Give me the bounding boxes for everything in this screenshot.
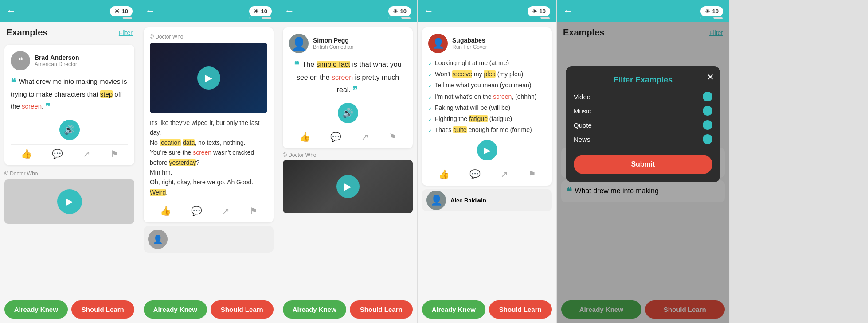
panel-4-footer: Already Knew Should Learn [418, 296, 556, 323]
streak-badge: ☀ 10 [528, 6, 550, 16]
streak-count: 10 [712, 8, 719, 15]
close-quote-icon: ❞ [352, 85, 358, 96]
highlight-location: location [160, 139, 181, 146]
filter-label-music: Music [574, 107, 591, 115]
panel-2-content: © Doctor Who ▶ It's like they've wiped i… [139, 22, 278, 323]
already-knew-button[interactable]: Already Knew [422, 300, 485, 319]
filter-toggle-news[interactable] [703, 134, 712, 144]
panel-2: ← ☀ 10 © Doctor Who ▶ It's like they've … [139, 0, 278, 323]
panel-5-header: ← ☀ 10 [557, 0, 729, 22]
video-preview[interactable]: ▶ [4, 179, 134, 224]
flag-icon[interactable]: ⚑ [250, 206, 258, 216]
share-icon[interactable]: ↗ [500, 169, 508, 179]
panel-5-content: Examples Filter ✕ Filter Examples Video … [557, 22, 729, 323]
filter-toggle-quote[interactable] [703, 120, 712, 130]
flag-icon[interactable]: ⚑ [528, 169, 536, 179]
video-section: © Doctor Who ▶ [283, 152, 413, 213]
filter-label-news: News [574, 136, 590, 143]
video-thumbnail[interactable]: ▶ [150, 43, 267, 113]
lyrics: ♪ Looking right at me (at me) ♪ Won't re… [428, 58, 546, 136]
already-knew-button[interactable]: Already Knew [144, 300, 207, 319]
panel-5: ← ☀ 10 Examples Filter ✕ Filter Examples… [557, 0, 730, 323]
secondary-author-name: Alec Baldwin [450, 197, 486, 204]
comment-icon[interactable]: 💬 [52, 148, 63, 159]
filter-submit-button[interactable]: Submit [574, 155, 712, 174]
panel-3-footer: Already Knew Should Learn [278, 296, 417, 323]
already-knew-button[interactable]: Already Knew [283, 300, 346, 319]
next-card-preview: 👤 [144, 226, 274, 253]
filter-modal-title: Filter Examples [574, 75, 712, 85]
streak-icon: ☀ [532, 8, 537, 15]
share-icon[interactable]: ↗ [222, 206, 230, 216]
video-play-button[interactable]: ▶ [197, 66, 220, 90]
play-button[interactable]: ▶ [57, 189, 82, 214]
streak-badge: ☀ 10 [249, 6, 272, 16]
open-quote-icon: ❝ [294, 59, 299, 70]
open-quote-icon: ❝ [11, 77, 16, 88]
panel-3-content: 👤 Simon Pegg British Comedian ❝ The simp… [278, 22, 417, 323]
panel-2-footer: Already Knew Should Learn [139, 296, 278, 323]
panel-1-content: Examples Filter ❝ Brad Anderson American… [0, 22, 139, 323]
avatar: 👤 [289, 34, 309, 53]
back-button[interactable]: ← [285, 5, 294, 17]
highlight-screen: screen [332, 74, 353, 81]
streak-icon: ☀ [393, 8, 398, 15]
streak-count: 10 [400, 8, 407, 15]
filter-close-button[interactable]: ✕ [707, 72, 714, 82]
music-note-icon: ♪ [428, 115, 431, 122]
filter-toggle-music[interactable] [703, 106, 712, 116]
back-button[interactable]: ← [563, 5, 573, 17]
highlight-simple-fact: simple fact [317, 61, 350, 68]
video-card: © Doctor Who ▶ It's like they've wiped i… [144, 27, 274, 222]
should-learn-button[interactable]: Should Learn [489, 300, 552, 319]
highlight-screen: screen [193, 149, 211, 156]
comment-icon[interactable]: 💬 [330, 132, 341, 142]
thumbs-up-icon[interactable]: 👍 [21, 148, 32, 159]
author-name: Simon Pegg [313, 37, 353, 44]
panel-1-header: ← ☀ 10 [0, 0, 139, 22]
filter-label-video: Video [574, 93, 590, 101]
music-note-icon: ♪ [428, 82, 431, 89]
video-thumbnail[interactable]: ▶ [283, 160, 413, 213]
audio-button[interactable]: ▶ [477, 140, 497, 160]
quote-card: ❝ Brad Anderson American Director ❝ What… [4, 45, 134, 165]
avatar: 👤 [148, 230, 168, 249]
back-button[interactable]: ← [6, 5, 16, 17]
comment-icon[interactable]: 💬 [191, 206, 202, 216]
flag-icon[interactable]: ⚑ [389, 132, 397, 142]
highlight-receive: receive [452, 70, 472, 78]
streak-icon: ☀ [254, 8, 259, 15]
copyright-label: © Doctor Who [283, 152, 413, 160]
audio-button[interactable]: 🔊 [59, 120, 80, 140]
author-name: Sugababes [452, 37, 487, 44]
filter-option-quote: Quote [574, 120, 712, 130]
highlight-step: step [100, 90, 113, 98]
back-button[interactable]: ← [424, 5, 434, 17]
streak-icon: ☀ [705, 8, 710, 15]
highlight-yesterday: yesterday [169, 159, 196, 166]
filter-option-video: Video [574, 92, 712, 101]
filter-toggle-video[interactable] [703, 92, 712, 101]
share-icon[interactable]: ↗ [361, 132, 369, 142]
audio-button[interactable]: 🔊 [338, 103, 358, 123]
video-play-button[interactable]: ▶ [336, 175, 360, 198]
streak-count: 10 [261, 8, 267, 15]
avatar: 👤 [428, 34, 448, 53]
share-icon[interactable]: ↗ [83, 148, 90, 159]
already-knew-button[interactable]: Already Knew [4, 300, 68, 319]
filter-link[interactable]: Filter [119, 29, 133, 36]
music-note-icon: ♪ [428, 70, 431, 78]
author-sub: British Comedian [313, 44, 353, 50]
should-learn-button[interactable]: Should Learn [71, 300, 135, 319]
thumbs-up-icon[interactable]: 👍 [160, 206, 171, 216]
back-button[interactable]: ← [145, 5, 155, 17]
thumbs-up-icon[interactable]: 👍 [299, 132, 310, 142]
copyright-label: © Doctor Who [150, 34, 267, 43]
should-learn-button[interactable]: Should Learn [211, 300, 274, 319]
video-transcript: It's like they've wiped it, but only the… [150, 118, 267, 197]
thumbs-up-icon[interactable]: 👍 [438, 169, 450, 179]
streak-count: 10 [122, 8, 128, 15]
comment-icon[interactable]: 💬 [469, 169, 481, 179]
flag-icon[interactable]: ⚑ [110, 148, 118, 159]
should-learn-button[interactable]: Should Learn [350, 300, 413, 319]
